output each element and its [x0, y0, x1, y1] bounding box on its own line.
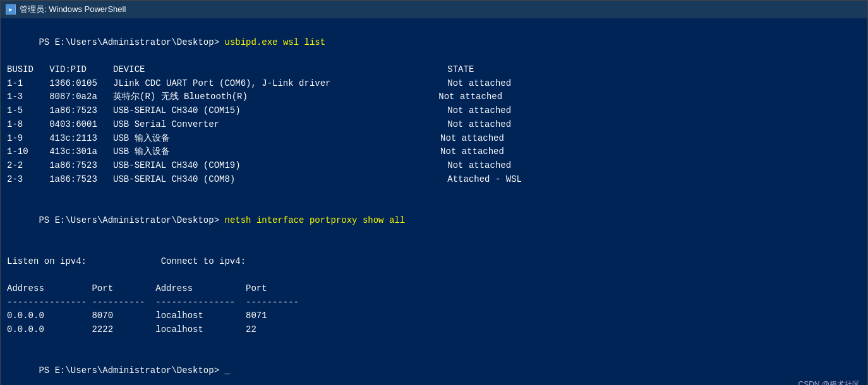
- titlebar-title: 管理员: Windows PowerShell: [20, 4, 126, 15]
- powershell-window: ▶ 管理员: Windows PowerShell PS E:\Users\Ad…: [0, 0, 868, 385]
- titlebar-icon: ▶: [6, 4, 16, 15]
- table-row: 1-9 413c:2113 USB 输入设备 Not attached: [7, 132, 861, 146]
- table-row: 1-1 1366:0105 JLink CDC UART Port (COM6)…: [7, 77, 861, 91]
- portproxy-header: Listen on ipv4: Connect to ipv4:: [7, 255, 861, 269]
- table-row: 2-2 1a86:7523 USB-SERIAL CH340 (COM19) N…: [7, 159, 861, 173]
- prompt-1: PS E:\Users\Administrator\Desktop>: [39, 37, 224, 47]
- portproxy-row-2: 0.0.0.0 2222 localhost 22: [7, 323, 861, 337]
- portproxy-col-header: Address Port Address Port: [7, 282, 861, 296]
- terminal-body[interactable]: PS E:\Users\Administrator\Desktop> usbip…: [1, 18, 867, 385]
- table-row: 1-8 0403:6001 USB Serial Converter Not a…: [7, 118, 861, 132]
- command-line-1: PS E:\Users\Administrator\Desktop> usbip…: [7, 22, 861, 63]
- table-header: BUSID VID:PID DEVICE STATE: [7, 63, 861, 77]
- titlebar: ▶ 管理员: Windows PowerShell: [1, 1, 867, 18]
- table-row: 1-3 8087:0a2a 英特尔(R) 无线 Bluetooth(R) Not…: [7, 90, 861, 104]
- table-row: 1-10 413c:301a USB 输入设备 Not attached: [7, 145, 861, 159]
- final-prompt-line: PS E:\Users\Administrator\Desktop> _: [7, 351, 861, 386]
- watermark: CSDN @极术社区: [798, 379, 860, 385]
- table-row: 1-5 1a86:7523 USB-SERIAL CH340 (COM15) N…: [7, 104, 861, 118]
- cursor: _: [224, 365, 229, 376]
- table-row: 2-3 1a86:7523 USB-SERIAL CH340 (COM8) At…: [7, 173, 861, 187]
- command-1: usbipd.exe wsl list: [224, 37, 325, 47]
- portproxy-separator: --------------- ---------- -------------…: [7, 296, 861, 310]
- portproxy-row-1: 0.0.0.0 8070 localhost 8071: [7, 309, 861, 323]
- command-2: netsh interface portproxy show all: [224, 215, 405, 225]
- final-prompt: PS E:\Users\Administrator\Desktop>: [39, 365, 224, 376]
- command-line-2: PS E:\Users\Administrator\Desktop> netsh…: [7, 200, 861, 241]
- blank-line: [7, 241, 861, 255]
- blank-line: [7, 268, 861, 282]
- blank-line: [7, 186, 861, 200]
- prompt-2: PS E:\Users\Administrator\Desktop>: [39, 215, 224, 225]
- blank-line: [7, 337, 861, 351]
